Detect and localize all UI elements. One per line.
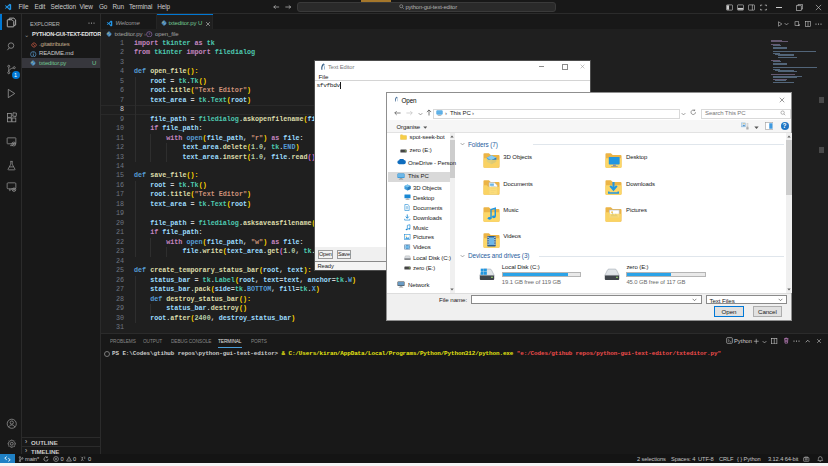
svg-text:f: f xyxy=(149,32,151,36)
